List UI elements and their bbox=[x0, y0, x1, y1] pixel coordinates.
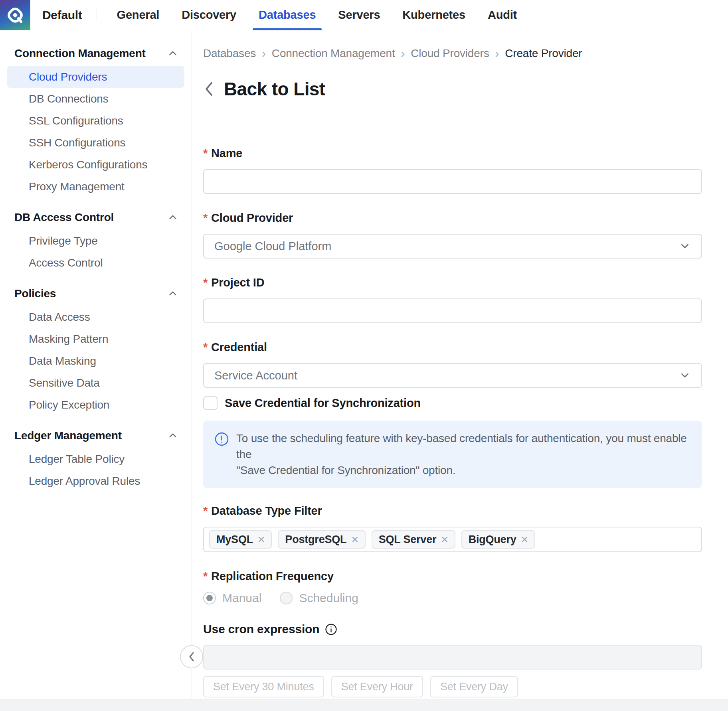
tab-audit[interactable]: Audit bbox=[477, 0, 528, 30]
tag-postgresql: PostgreSQL× bbox=[278, 530, 365, 549]
sidebar-section-gap bbox=[0, 274, 192, 287]
required-mark: * bbox=[203, 211, 208, 224]
sidebar-section-policies[interactable]: Policies bbox=[0, 287, 192, 300]
set-every-day-button[interactable]: Set Every Day bbox=[430, 676, 518, 697]
alert-text: To use the scheduling feature with key-b… bbox=[236, 431, 691, 478]
sidebar-section-ledger-management[interactable]: Ledger Management bbox=[0, 429, 192, 442]
breadcrumb: Databases›Connection Management›Cloud Pr… bbox=[203, 47, 702, 60]
project-id-input[interactable] bbox=[203, 298, 702, 323]
breadcrumb-separator: › bbox=[401, 48, 405, 59]
database-type-filter-group: * Database Type Filter MySQL×PostgreSQL×… bbox=[203, 504, 702, 552]
replication-frequency-label: * Replication Frequency bbox=[203, 570, 702, 583]
footer-bar bbox=[0, 699, 728, 711]
sidebar-item-proxy-management[interactable]: Proxy Management bbox=[7, 176, 184, 198]
sidebar-item-db-connections[interactable]: DB Connections bbox=[7, 88, 184, 110]
chevron-down-icon bbox=[679, 369, 691, 381]
credential-field-group: * Credential Service Account bbox=[203, 341, 702, 388]
set-every-hour-button[interactable]: Set Every Hour bbox=[331, 676, 423, 697]
chevron-up-icon[interactable] bbox=[168, 288, 178, 299]
tag-bigquery: BigQuery× bbox=[461, 530, 535, 549]
breadcrumb-databases[interactable]: Databases bbox=[203, 47, 256, 60]
sidebar-item-privilege-type[interactable]: Privilege Type bbox=[7, 230, 184, 252]
sidebar-item-ledger-table-policy[interactable]: Ledger Table Policy bbox=[7, 448, 184, 470]
scheduling-info-alert: To use the scheduling feature with key-b… bbox=[203, 421, 702, 488]
required-mark: * bbox=[203, 147, 208, 160]
chevron-up-icon[interactable] bbox=[168, 212, 178, 223]
cloud-provider-select[interactable]: Google Cloud Platform bbox=[203, 234, 702, 259]
top-nav-tabs: GeneralDiscoveryDatabasesServersKubernet… bbox=[106, 0, 528, 30]
tab-servers[interactable]: Servers bbox=[327, 0, 391, 30]
breadcrumb-connection-management[interactable]: Connection Management bbox=[272, 47, 395, 60]
sidebar-item-data-access[interactable]: Data Access bbox=[7, 306, 184, 328]
breadcrumb-create-provider: Create Provider bbox=[505, 47, 582, 60]
breadcrumb-cloud-providers[interactable]: Cloud Providers bbox=[411, 47, 489, 60]
back-icon[interactable] bbox=[203, 80, 214, 98]
sidebar-item-ledger-approval-rules[interactable]: Ledger Approval Rules bbox=[7, 470, 184, 492]
close-icon[interactable]: × bbox=[351, 534, 358, 545]
radio-selected-icon bbox=[203, 592, 216, 604]
sidebar: Connection ManagementCloud ProvidersDB C… bbox=[0, 30, 192, 699]
database-type-filter-select[interactable]: MySQL×PostgreSQL×SQL Server×BigQuery× bbox=[203, 527, 702, 552]
replication-frequency-radios: ManualScheduling bbox=[203, 591, 702, 605]
save-credential-checkbox[interactable] bbox=[203, 396, 218, 410]
tab-databases[interactable]: Databases bbox=[247, 0, 327, 30]
sidebar-item-access-control[interactable]: Access Control bbox=[7, 252, 184, 274]
cloud-provider-value: Google Cloud Platform bbox=[214, 240, 331, 253]
close-icon[interactable]: × bbox=[441, 534, 448, 545]
tab-general[interactable]: General bbox=[106, 0, 171, 30]
required-mark: * bbox=[203, 276, 208, 289]
radio-scheduling[interactable]: Scheduling bbox=[280, 591, 358, 605]
cron-expression-input[interactable] bbox=[203, 645, 702, 670]
save-credential-row: Save Credential for Synchronization bbox=[203, 396, 702, 410]
project-id-field-group: * Project ID bbox=[203, 276, 702, 323]
sidebar-item-ssl-configurations[interactable]: SSL Configurations bbox=[7, 110, 184, 132]
sidebar-item-data-masking[interactable]: Data Masking bbox=[7, 350, 184, 372]
required-mark: * bbox=[203, 341, 208, 354]
sidebar-item-cloud-providers[interactable]: Cloud Providers bbox=[7, 66, 184, 88]
breadcrumb-separator: › bbox=[495, 48, 499, 59]
sidebar-item-masking-pattern[interactable]: Masking Pattern bbox=[7, 328, 184, 350]
page-title[interactable]: Back to List bbox=[224, 78, 325, 100]
radio-unselected-icon bbox=[280, 592, 293, 604]
workspace-name[interactable]: Default bbox=[42, 8, 82, 22]
create-provider-form: * Name * Cloud Provider Google Cloud Pla… bbox=[203, 147, 702, 697]
info-circle-icon[interactable] bbox=[325, 623, 337, 636]
required-mark: * bbox=[203, 570, 208, 583]
tag-sql-server: SQL Server× bbox=[372, 530, 455, 549]
save-credential-label: Save Credential for Synchronization bbox=[225, 397, 421, 410]
sidebar-item-kerberos-configurations[interactable]: Kerberos Configurations bbox=[7, 154, 184, 176]
tab-kubernetes[interactable]: Kubernetes bbox=[391, 0, 477, 30]
set-every-30-minutes-button[interactable]: Set Every 30 Minutes bbox=[203, 676, 324, 697]
main-content: Databases›Connection Management›Cloud Pr… bbox=[192, 30, 728, 699]
radio-manual[interactable]: Manual bbox=[203, 591, 261, 605]
info-icon bbox=[214, 432, 229, 446]
chevron-down-icon bbox=[679, 240, 691, 252]
sidebar-section-db-access-control[interactable]: DB Access Control bbox=[0, 211, 192, 224]
sidebar-collapse-button[interactable] bbox=[180, 645, 203, 668]
nav-divider bbox=[97, 9, 97, 21]
tab-discovery[interactable]: Discovery bbox=[170, 0, 247, 30]
app-logo[interactable] bbox=[0, 0, 30, 30]
sidebar-item-ssh-configurations[interactable]: SSH Configurations bbox=[7, 132, 184, 154]
sidebar-item-policy-exception[interactable]: Policy Exception bbox=[7, 394, 184, 416]
sidebar-section-connection-management[interactable]: Connection Management bbox=[0, 47, 192, 60]
credential-value: Service Account bbox=[214, 369, 297, 382]
cloud-provider-field-group: * Cloud Provider Google Cloud Platform bbox=[203, 211, 702, 259]
cloud-provider-label: * Cloud Provider bbox=[203, 211, 702, 224]
close-icon[interactable]: × bbox=[521, 534, 528, 545]
collapse-icon bbox=[188, 651, 195, 662]
sidebar-section-title: DB Access Control bbox=[14, 211, 114, 224]
chevron-up-icon[interactable] bbox=[168, 48, 178, 59]
top-nav: Default GeneralDiscoveryDatabasesServers… bbox=[0, 0, 728, 30]
close-icon[interactable]: × bbox=[258, 534, 265, 545]
credential-label: * Credential bbox=[203, 341, 702, 354]
chevron-up-icon[interactable] bbox=[168, 431, 178, 441]
breadcrumb-separator: › bbox=[262, 48, 266, 59]
cron-preset-buttons: Set Every 30 MinutesSet Every HourSet Ev… bbox=[203, 676, 702, 697]
sidebar-section-title: Policies bbox=[14, 287, 56, 300]
name-input[interactable] bbox=[203, 169, 702, 194]
database-type-filter-label: * Database Type Filter bbox=[203, 504, 702, 517]
cron-label-row: Use cron expression bbox=[203, 622, 702, 636]
credential-select[interactable]: Service Account bbox=[203, 363, 702, 388]
sidebar-item-sensitive-data[interactable]: Sensitive Data bbox=[7, 372, 184, 394]
